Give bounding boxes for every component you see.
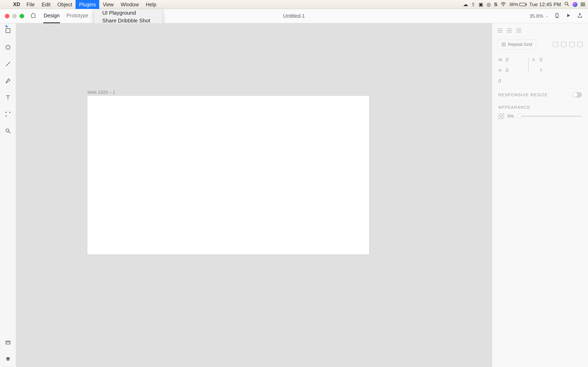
path-operations <box>553 42 583 47</box>
cloud-icon[interactable]: ☁︎ <box>463 2 468 7</box>
align-left-icon[interactable] <box>498 29 502 33</box>
mode-tabs: Design Prototype <box>43 9 89 23</box>
menu-help[interactable]: Help <box>142 0 160 9</box>
menubar-right: ☁︎ ⇪ ▣ ◎ S 36% Tue 12:45 PM <box>463 1 588 8</box>
opacity-row: 0% <box>492 113 588 124</box>
menu-edit[interactable]: Edit <box>38 0 54 9</box>
svg-line-10 <box>9 132 10 133</box>
left-tool-palette: ◣ <box>0 23 16 367</box>
ellipse-tool[interactable] <box>0 43 16 52</box>
window-minimize-button[interactable] <box>12 14 17 18</box>
svg-point-0 <box>503 5 504 6</box>
window-close-button[interactable] <box>5 14 9 18</box>
svg-line-8 <box>6 62 10 66</box>
skitch-icon[interactable]: S <box>494 2 497 7</box>
creative-cloud-icon[interactable]: ◎ <box>486 2 491 7</box>
notification-center-icon[interactable] <box>581 3 585 6</box>
align-right-icon[interactable] <box>516 29 521 33</box>
svg-rect-16 <box>504 45 505 46</box>
app-name[interactable]: XD <box>13 1 20 7</box>
menu-file[interactable]: File <box>23 0 38 9</box>
battery-status[interactable]: 36% <box>509 2 526 7</box>
spotlight-icon[interactable] <box>564 1 569 8</box>
svg-rect-6 <box>6 29 10 33</box>
svg-rect-14 <box>504 43 505 44</box>
align-icons-group <box>498 27 521 33</box>
pathop-exclude-icon[interactable] <box>577 42 583 47</box>
pathop-intersect-icon[interactable] <box>569 42 575 47</box>
align-row <box>492 23 588 37</box>
macos-menubar: XD File Edit Object Plugins View Window … <box>0 0 588 9</box>
repeat-grid-row: Repeat Grid <box>492 37 588 52</box>
repeat-grid-button[interactable]: Repeat Grid <box>498 40 536 49</box>
svg-point-1 <box>565 2 568 5</box>
menu-plugins[interactable]: Plugins <box>76 0 99 9</box>
zoom-value: 35.8% <box>529 13 543 19</box>
dim-y-label: Y <box>540 68 556 73</box>
menubar-left: XD File Edit Object Plugins View Window … <box>0 0 160 9</box>
chevron-down-icon: ⌄ <box>545 14 548 18</box>
dimension-lock-icon[interactable] <box>526 58 528 72</box>
menu-window[interactable]: Window <box>117 0 142 9</box>
line-tool[interactable] <box>0 59 16 68</box>
dim-w-value[interactable]: 0 <box>506 57 522 63</box>
svg-rect-15 <box>502 45 503 46</box>
svg-point-9 <box>6 129 9 132</box>
pathop-subtract-icon[interactable] <box>561 42 566 47</box>
battery-icon <box>519 3 526 6</box>
svg-point-7 <box>6 45 10 49</box>
dim-x-value[interactable]: 0 <box>540 57 556 63</box>
plugins-menu-ui-playground[interactable]: UI Playground <box>94 9 163 17</box>
share-button[interactable] <box>577 13 583 20</box>
inspector-panel: Repeat Grid W 0 X 0 H 0 Y 0 RESPONSIVE R… <box>492 23 588 367</box>
pen-tool[interactable] <box>0 76 16 85</box>
select-tool-indicator-icon: ◣ <box>6 24 8 27</box>
dim-h-label: H <box>498 68 506 73</box>
window-traffic-lights <box>0 14 24 18</box>
toolbar-right: 35.8% ⌄ <box>529 13 588 20</box>
dim-x-label: X <box>532 58 540 62</box>
appearance-section: APPEARANCE <box>492 101 588 113</box>
responsive-resize-toggle[interactable] <box>572 92 582 98</box>
window-zoom-button[interactable] <box>20 14 24 18</box>
device-preview-button[interactable] <box>554 13 560 20</box>
pathop-add-icon[interactable] <box>553 42 558 47</box>
artboard-label[interactable]: Web 1920 – 1 <box>87 90 115 95</box>
opacity-slider[interactable] <box>517 116 582 117</box>
menu-view[interactable]: View <box>99 0 117 9</box>
dropbox-icon[interactable]: ⇪ <box>471 2 475 7</box>
menubar-clock[interactable]: Tue 12:45 PM <box>529 2 561 7</box>
align-center-icon[interactable] <box>507 29 512 33</box>
artboard[interactable] <box>87 96 369 254</box>
dim-h-value[interactable]: 0 <box>506 67 522 73</box>
app-toolbar: Design Prototype Untitled-1 35.8% ⌄ <box>0 9 588 23</box>
text-tool[interactable] <box>0 93 16 102</box>
svg-rect-13 <box>502 43 503 44</box>
layers-panel-button[interactable] <box>0 355 16 364</box>
home-button[interactable] <box>30 12 36 20</box>
tab-prototype[interactable]: Prototype <box>66 9 89 23</box>
desktop-preview-button[interactable] <box>566 13 571 20</box>
zoom-control[interactable]: 35.8% ⌄ <box>529 13 548 19</box>
svg-marker-5 <box>567 14 570 17</box>
opacity-checker-icon <box>498 113 504 119</box>
appearance-label: APPEARANCE <box>498 105 530 110</box>
dimensions-grid: W 0 X 0 H 0 Y 0 <box>492 52 588 88</box>
responsive-resize-section: RESPONSIVE RESIZE <box>492 89 588 101</box>
assets-panel-button[interactable] <box>0 338 16 347</box>
status-square-icon[interactable]: ▣ <box>479 2 483 7</box>
siri-icon[interactable] <box>572 2 577 7</box>
responsive-resize-label: RESPONSIVE RESIZE <box>498 92 548 97</box>
canvas-area[interactable]: Web 1920 – 1 <box>16 23 492 367</box>
dim-y-value[interactable]: 0 <box>498 78 506 84</box>
dim-w-label: W <box>498 58 506 62</box>
artboard-tool[interactable] <box>0 110 16 119</box>
zoom-tool[interactable] <box>0 126 16 135</box>
svg-line-2 <box>567 4 569 6</box>
wifi-icon[interactable] <box>501 2 506 7</box>
tab-design[interactable]: Design <box>43 9 60 23</box>
document-title: Untitled-1 <box>283 13 305 19</box>
menu-object[interactable]: Object <box>54 0 76 9</box>
svg-rect-11 <box>6 341 10 344</box>
opacity-value[interactable]: 0% <box>507 114 514 119</box>
